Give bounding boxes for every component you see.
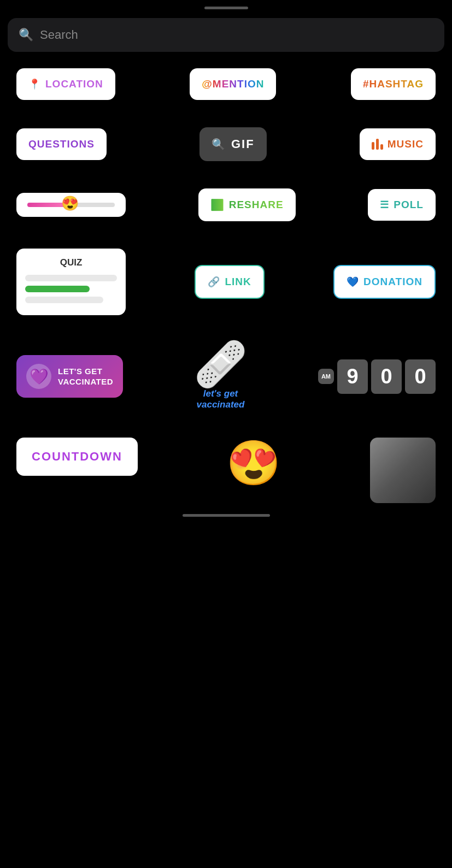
sticker-row-2: QUESTIONS 🔍 GIF MUSIC bbox=[16, 127, 436, 161]
countdown-sticker[interactable]: COUNTDOWN bbox=[16, 438, 138, 476]
reshare-sticker[interactable]: 🔁 RESHARE bbox=[198, 188, 296, 221]
quiz-option-2 bbox=[25, 286, 90, 292]
vaccine-animated-sticker[interactable]: 🩹 let's getvaccinated bbox=[193, 343, 248, 410]
gif-search-icon: 🔍 bbox=[212, 138, 226, 151]
hashtag-sticker[interactable]: #HASHTAG bbox=[351, 68, 436, 100]
link-icon: 🔗 bbox=[208, 276, 220, 288]
music-label: MUSIC bbox=[388, 138, 424, 150]
reshare-label: RESHARE bbox=[229, 199, 284, 211]
slider-emoji: 😍 bbox=[61, 195, 79, 212]
search-placeholder: Search bbox=[40, 28, 78, 42]
music-sticker[interactable]: MUSIC bbox=[360, 128, 436, 160]
mention-label: @MENTION bbox=[202, 78, 264, 90]
donation-icon: 💙 bbox=[347, 276, 359, 288]
poll-label: POLL bbox=[394, 199, 424, 211]
sticker-row-3: 😍 🔁 RESHARE ☰ POLL bbox=[16, 188, 436, 221]
photo-sticker[interactable] bbox=[370, 438, 436, 503]
vaccine-caption: let's getvaccinated bbox=[197, 388, 245, 410]
donation-sticker[interactable]: 💙 DONATION bbox=[333, 265, 436, 299]
countdown-label: COUNTDOWN bbox=[32, 450, 122, 463]
emoji-slider-sticker[interactable]: 😍 bbox=[16, 193, 126, 217]
search-bar[interactable]: 🔍 Search bbox=[8, 18, 444, 52]
location-sticker[interactable]: 📍 LOCATION bbox=[16, 68, 115, 100]
sticker-row-1: 📍 LOCATION @MENTION #HASHTAG bbox=[16, 68, 436, 100]
sticker-row-4: QUIZ 🔗 LINK 💙 DONATION bbox=[16, 249, 436, 315]
clock-digit-0-1: 0 bbox=[371, 359, 402, 394]
gif-label: GIF bbox=[231, 137, 255, 151]
clock-ampm-block: AM bbox=[318, 369, 334, 384]
vaccine-badge-sticker[interactable]: 💜 LET'S GETVACCINATED bbox=[16, 355, 123, 398]
quiz-title: QUIZ bbox=[25, 257, 117, 268]
poll-icon: ☰ bbox=[380, 199, 389, 211]
quiz-option-3 bbox=[25, 297, 103, 303]
clock-ampm: AM bbox=[321, 373, 331, 380]
heart-emoji-sticker[interactable]: 😍 bbox=[226, 438, 281, 489]
mention-sticker[interactable]: @MENTION bbox=[190, 68, 276, 100]
vaccine-heart-icon: 💜 bbox=[26, 364, 51, 389]
poll-sticker[interactable]: ☰ POLL bbox=[368, 189, 436, 221]
heart-emoji-icon: 😍 bbox=[226, 439, 281, 487]
location-label: LOCATION bbox=[45, 78, 103, 90]
link-sticker[interactable]: 🔗 LINK bbox=[195, 265, 264, 299]
scroll-indicator bbox=[183, 514, 270, 517]
quiz-option-1 bbox=[25, 275, 117, 281]
sticker-area: 📍 LOCATION @MENTION #HASHTAG QUESTIONS 🔍… bbox=[0, 52, 452, 410]
clock-digit-0-2: 0 bbox=[405, 359, 436, 394]
location-icon: 📍 bbox=[28, 78, 41, 90]
countdown-clock-sticker[interactable]: AM 9 0 0 bbox=[318, 359, 436, 394]
photo-placeholder bbox=[370, 438, 436, 503]
gif-sticker[interactable]: 🔍 GIF bbox=[199, 127, 267, 161]
reshare-icon: 🔁 bbox=[210, 198, 225, 211]
hashtag-label: #HASHTAG bbox=[363, 78, 424, 90]
bottom-sticker-row: COUNTDOWN 😍 bbox=[0, 438, 452, 503]
link-label: LINK bbox=[225, 276, 251, 288]
vaccine-bandaid-icon: 🩹 bbox=[193, 343, 248, 386]
quiz-sticker[interactable]: QUIZ bbox=[16, 249, 126, 315]
vaccine-badge-text: LET'S GETVACCINATED bbox=[58, 366, 113, 387]
questions-sticker[interactable]: QUESTIONS bbox=[16, 128, 107, 160]
search-icon: 🔍 bbox=[19, 28, 33, 42]
top-indicator-bar bbox=[204, 7, 248, 9]
questions-label: QUESTIONS bbox=[28, 138, 95, 150]
top-indicator bbox=[0, 0, 452, 14]
music-bars-icon bbox=[372, 139, 383, 150]
clock-digit-9: 9 bbox=[337, 359, 368, 394]
slider-track: 😍 bbox=[27, 203, 115, 207]
sticker-row-5: 💜 LET'S GETVACCINATED 🩹 let's getvaccina… bbox=[16, 343, 436, 410]
donation-label: DONATION bbox=[363, 276, 422, 288]
